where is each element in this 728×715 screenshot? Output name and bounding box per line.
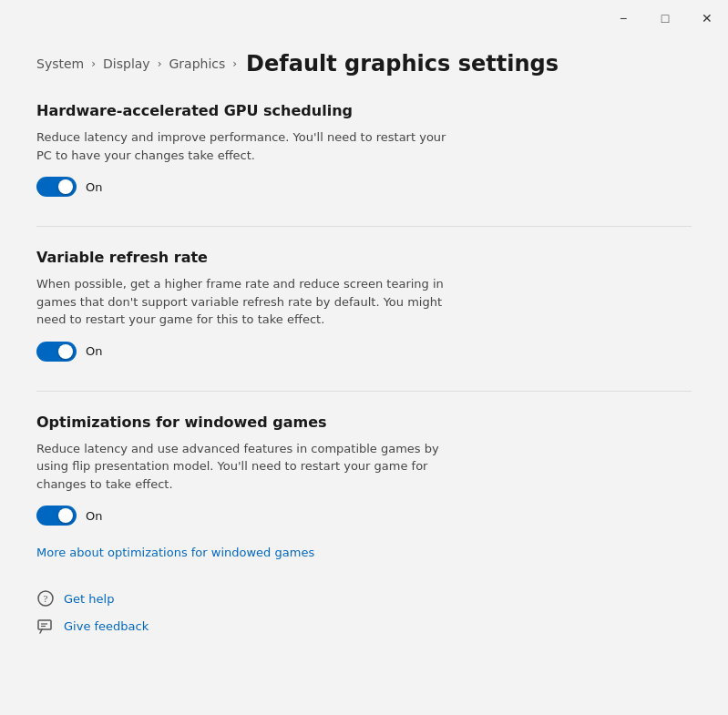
windowed-optimizations-desc: Reduce latency and use advanced features… <box>36 440 456 494</box>
breadcrumb: System › Display › Graphics › Default gr… <box>36 51 692 77</box>
variable-refresh-toggle-row: On <box>36 342 692 362</box>
variable-refresh-title: Variable refresh rate <box>36 249 692 266</box>
variable-refresh-toggle[interactable] <box>36 342 77 362</box>
windowed-optimizations-title: Optimizations for windowed games <box>36 414 692 431</box>
windowed-optimizations-toggle[interactable] <box>36 506 77 526</box>
svg-rect-2 <box>38 620 51 629</box>
minimize-button[interactable]: − <box>602 0 644 36</box>
windowed-optimizations-section: Optimizations for windowed games Reduce … <box>36 414 692 561</box>
gpu-scheduling-toggle-thumb <box>58 179 73 194</box>
windowed-optimizations-toggle-label: On <box>86 509 102 523</box>
footer-links: ? Get help Give feedback <box>36 589 692 635</box>
gpu-scheduling-title: Hardware-accelerated GPU scheduling <box>36 102 692 119</box>
breadcrumb-display[interactable]: Display <box>103 56 150 71</box>
maximize-button[interactable]: □ <box>644 0 686 36</box>
variable-refresh-toggle-label: On <box>86 344 102 358</box>
give-feedback-item: Give feedback <box>36 617 692 635</box>
give-feedback-link[interactable]: Give feedback <box>64 619 149 633</box>
give-feedback-icon <box>36 617 55 635</box>
windowed-optimizations-toggle-track <box>36 506 77 526</box>
variable-refresh-section: Variable refresh rate When possible, get… <box>36 249 692 362</box>
gpu-scheduling-desc: Reduce latency and improve performance. … <box>36 128 456 164</box>
gpu-scheduling-toggle-track <box>36 177 77 197</box>
get-help-link[interactable]: Get help <box>64 592 114 606</box>
divider-1 <box>36 226 692 227</box>
gpu-scheduling-toggle-label: On <box>86 180 102 194</box>
breadcrumb-sep-2: › <box>158 57 162 70</box>
main-content: System › Display › Graphics › Default gr… <box>0 36 728 715</box>
breadcrumb-sep-3: › <box>232 57 237 70</box>
breadcrumb-graphics[interactable]: Graphics <box>169 56 225 71</box>
gpu-scheduling-toggle[interactable] <box>36 177 77 197</box>
svg-text:?: ? <box>44 593 48 604</box>
windowed-optimizations-link[interactable]: More about optimizations for windowed ga… <box>36 546 314 559</box>
close-button[interactable]: ✕ <box>686 0 728 36</box>
variable-refresh-desc: When possible, get a higher frame rate a… <box>36 275 456 329</box>
windowed-optimizations-toggle-thumb <box>58 508 73 523</box>
breadcrumb-system[interactable]: System <box>36 56 84 71</box>
divider-2 <box>36 391 692 392</box>
title-bar: − □ ✕ <box>0 0 728 36</box>
windowed-optimizations-toggle-row: On <box>36 506 692 526</box>
get-help-item: ? Get help <box>36 589 692 608</box>
breadcrumb-sep-1: › <box>91 57 96 70</box>
gpu-scheduling-section: Hardware-accelerated GPU scheduling Redu… <box>36 102 692 197</box>
gpu-scheduling-toggle-row: On <box>36 177 692 197</box>
page-title: Default graphics settings <box>246 51 559 77</box>
variable-refresh-toggle-thumb <box>58 344 73 359</box>
get-help-icon: ? <box>36 589 55 608</box>
variable-refresh-toggle-track <box>36 342 77 362</box>
